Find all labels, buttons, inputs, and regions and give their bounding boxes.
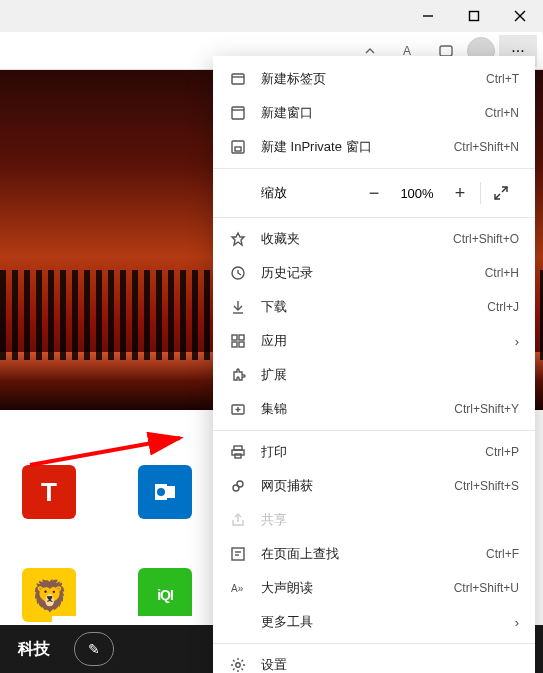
tile-iqiyi[interactable]: iQI — [134, 568, 196, 622]
tile-lion[interactable]: 🦁 — [18, 568, 80, 622]
menu-label: 共享 — [261, 511, 519, 529]
menu-label: 网页捕获 — [261, 477, 454, 495]
menu-new-tab[interactable]: 新建标签页 Ctrl+T — [213, 62, 535, 96]
menu-label: 在页面上查找 — [261, 545, 486, 563]
svg-rect-31 — [235, 454, 241, 458]
menu-favorites[interactable]: 收藏夹 Ctrl+Shift+O — [213, 222, 535, 256]
menu-settings[interactable]: 设置 — [213, 648, 535, 673]
menu-find[interactable]: 在页面上查找 Ctrl+F — [213, 537, 535, 571]
star-icon — [229, 230, 247, 248]
fullscreen-button[interactable] — [483, 177, 519, 209]
zoom-label: 缩放 — [229, 184, 356, 202]
iqiyi-icon: iQI — [138, 568, 192, 622]
blank-icon — [229, 613, 247, 631]
svg-rect-12 — [232, 107, 244, 119]
menu-history[interactable]: 历史记录 Ctrl+H — [213, 256, 535, 290]
menu-zoom: 缩放 − 100% + — [213, 173, 535, 213]
read-aloud-icon: A» — [229, 579, 247, 597]
zoom-in-button[interactable]: + — [442, 177, 478, 209]
download-icon — [229, 298, 247, 316]
menu-extensions[interactable]: 扩展 — [213, 358, 535, 392]
menu-label: 更多工具 — [261, 613, 515, 631]
svg-rect-10 — [232, 74, 244, 84]
edit-button[interactable]: ✎ — [74, 632, 114, 666]
separator — [480, 182, 481, 204]
menu-downloads[interactable]: 下载 Ctrl+J — [213, 290, 535, 324]
window-controls — [405, 0, 543, 32]
menu-shortcut: Ctrl+Shift+O — [453, 232, 519, 246]
menu-shortcut: Ctrl+Shift+Y — [454, 402, 519, 416]
new-tab-icon — [229, 70, 247, 88]
svg-text:A»: A» — [231, 583, 244, 594]
menu-label: 下载 — [261, 298, 487, 316]
menu-new-window[interactable]: 新建窗口 Ctrl+N — [213, 96, 535, 130]
tile-outlook-icon — [138, 465, 192, 519]
menu-read-aloud[interactable]: A» 大声朗读 Ctrl+Shift+U — [213, 571, 535, 605]
apps-icon — [229, 332, 247, 350]
menu-shortcut: Ctrl+F — [486, 547, 519, 561]
menu-collections[interactable]: 集锦 Ctrl+Shift+Y — [213, 392, 535, 426]
gear-icon — [229, 656, 247, 673]
menu-label: 新建 InPrivate 窗口 — [261, 138, 454, 156]
zoom-out-button[interactable]: − — [356, 177, 392, 209]
capture-icon — [229, 477, 247, 495]
maximize-button[interactable] — [451, 0, 497, 32]
svg-rect-5 — [440, 46, 452, 56]
menu-label: 大声朗读 — [261, 579, 454, 597]
collections-icon — [229, 400, 247, 418]
tile-label: Outlook邮箱 — [134, 527, 196, 544]
tile-tmall-icon: T — [22, 465, 76, 519]
extensions-icon — [229, 366, 247, 384]
menu-more-tools[interactable]: 更多工具 › — [213, 605, 535, 639]
menu-separator — [213, 643, 535, 644]
svg-rect-1 — [470, 12, 479, 21]
new-window-icon — [229, 104, 247, 122]
svg-line-16 — [502, 187, 507, 192]
menu-label: 新建标签页 — [261, 70, 486, 88]
menu-apps[interactable]: 应用 › — [213, 324, 535, 358]
tile-label: 天猫 — [18, 527, 80, 544]
menu-shortcut: Ctrl+Shift+U — [454, 581, 519, 595]
menu-web-capture[interactable]: 网页捕获 Ctrl+Shift+S — [213, 469, 535, 503]
menu-share: 共享 — [213, 503, 535, 537]
tile-outlook[interactable]: Outlook邮箱 — [134, 465, 196, 544]
menu-shortcut: Ctrl+Shift+N — [454, 140, 519, 154]
menu-shortcut: Ctrl+T — [486, 72, 519, 86]
svg-rect-35 — [232, 548, 244, 560]
menu-label: 扩展 — [261, 366, 519, 384]
menu-label: 收藏夹 — [261, 230, 453, 248]
svg-rect-23 — [239, 335, 244, 340]
share-icon — [229, 511, 247, 529]
menu-separator — [213, 217, 535, 218]
category-tech[interactable]: 科技 — [18, 639, 50, 660]
menu-new-inprivate[interactable]: 新建 InPrivate 窗口 Ctrl+Shift+N — [213, 130, 535, 164]
chevron-right-icon: › — [515, 334, 519, 349]
svg-line-17 — [495, 194, 500, 199]
menu-shortcut: Ctrl+Shift+S — [454, 479, 519, 493]
menu-shortcut: Ctrl+J — [487, 300, 519, 314]
svg-point-33 — [237, 481, 243, 487]
svg-rect-25 — [239, 342, 244, 347]
quick-tiles: T 天猫 Outlook邮箱 — [18, 465, 196, 544]
menu-label: 打印 — [261, 443, 485, 461]
menu-label: 历史记录 — [261, 264, 485, 282]
menu-shortcut: Ctrl+N — [485, 106, 519, 120]
inprivate-icon — [229, 138, 247, 156]
menu-label: 集锦 — [261, 400, 454, 418]
svg-rect-15 — [235, 147, 241, 151]
menu-label: 应用 — [261, 332, 515, 350]
close-button[interactable] — [497, 0, 543, 32]
minimize-button[interactable] — [405, 0, 451, 32]
menu-label: 设置 — [261, 656, 519, 673]
svg-marker-18 — [232, 233, 244, 245]
menu-separator — [213, 168, 535, 169]
lion-icon: 🦁 — [22, 568, 76, 622]
find-icon — [229, 545, 247, 563]
svg-rect-24 — [232, 342, 237, 347]
svg-rect-8 — [167, 486, 175, 498]
tile-tmall[interactable]: T 天猫 — [18, 465, 80, 544]
svg-rect-22 — [232, 335, 237, 340]
print-icon — [229, 443, 247, 461]
menu-shortcut: Ctrl+P — [485, 445, 519, 459]
menu-print[interactable]: 打印 Ctrl+P — [213, 435, 535, 469]
